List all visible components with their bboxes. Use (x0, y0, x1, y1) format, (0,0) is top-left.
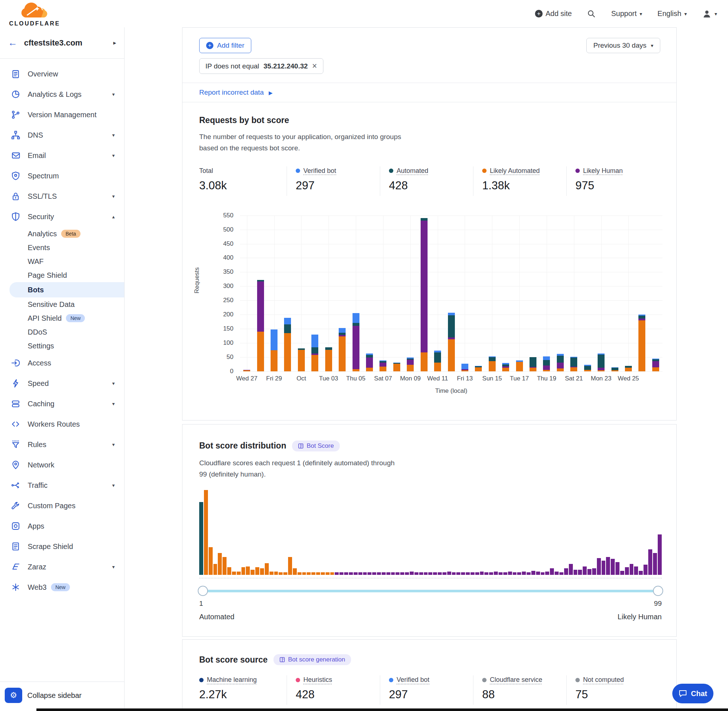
y-axis-tick-label: 350 (199, 268, 233, 276)
collapse-sidebar-label[interactable]: Collapse sidebar (27, 691, 81, 700)
sidebar-item-workers-routes[interactable]: Workers Routes (0, 414, 124, 434)
search-icon (587, 9, 596, 18)
remove-filter-icon[interactable]: × (312, 62, 317, 70)
bar-segment-automated (638, 316, 645, 319)
histogram-bar-score-99 (658, 534, 662, 575)
sidebar-item-email[interactable]: Email▾ (0, 145, 124, 166)
language-menu[interactable]: English ▾ (657, 9, 687, 18)
stat-label[interactable]: Not computed (575, 676, 624, 684)
bar-segment-likely-automated (502, 368, 509, 371)
slider-max-label: Likely Human (618, 613, 662, 621)
bar-segment-likely-automated (407, 365, 414, 371)
histogram-bar-score-51 (433, 572, 437, 575)
sidebar-item-zaraz[interactable]: Zaraz▾ (0, 557, 124, 577)
y-axis-tick-label: 100 (199, 339, 233, 347)
bar-segment-likely-automated (353, 369, 359, 371)
histogram-bar-score-98 (653, 553, 657, 575)
sidebar-item-overview[interactable]: Overview (0, 64, 124, 84)
histogram-bar-score-36 (363, 572, 367, 575)
histogram-bar-score-50 (428, 572, 432, 575)
cloudflare-logo[interactable]: CLOUDFLARE (7, 1, 62, 27)
slider-track[interactable] (201, 590, 660, 592)
chart-bar-10-22 (584, 215, 591, 371)
sidebar-item-access[interactable]: Access (0, 353, 124, 373)
bar-segment-automated (339, 333, 346, 335)
bot-score-badge-label: Bot Score (307, 443, 334, 450)
sidebar-item-bots[interactable]: Bots (9, 282, 124, 298)
page: CLOUDFLARE + Add site Support ▾ English … (0, 0, 728, 711)
stat-label[interactable]: Verified bot (296, 167, 336, 175)
zaraz-icon (11, 562, 21, 572)
histogram-bar-score-75 (545, 572, 549, 575)
histogram-bar-score-88 (606, 557, 610, 575)
slider-handle-min[interactable] (198, 586, 208, 596)
support-menu[interactable]: Support ▾ (611, 9, 642, 18)
chevron-right-icon[interactable]: ▸ (113, 39, 116, 46)
histogram-bar-score-6 (223, 557, 226, 575)
sidebar-item-analytics[interactable]: AnalyticsBeta (0, 227, 124, 240)
account-menu[interactable]: ▾ (702, 9, 717, 19)
sidebar-item-caching[interactable]: Caching▾ (0, 394, 124, 414)
back-arrow-icon[interactable]: ← (8, 37, 18, 49)
sidebar-item-label: Analytics (28, 230, 57, 238)
bot-score-generation-badge[interactable]: Bot score generation (273, 654, 351, 665)
chart-bar-10-02 (312, 215, 318, 371)
sidebar-item-ddos[interactable]: DDoS (0, 325, 124, 339)
search-button[interactable] (587, 9, 596, 18)
sidebar-item-speed[interactable]: Speed▾ (0, 373, 124, 394)
sidebar-item-label: Overview (28, 70, 58, 78)
report-incorrect-data-link[interactable]: Report incorrect data ▶ (199, 89, 272, 96)
stat-label[interactable]: Likely Human (575, 167, 623, 175)
slider-handle-max[interactable] (653, 586, 663, 596)
chart-bar-10-17 (516, 215, 523, 371)
sidebar-item-page-shield[interactable]: Page Shield (0, 268, 124, 282)
sidebar-item-traffic[interactable]: Traffic▾ (0, 475, 124, 496)
sidebar-item-spectrum[interactable]: Spectrum (0, 166, 124, 186)
sidebar-item-settings[interactable]: Settings (0, 339, 124, 353)
histogram-bar-score-20 (288, 557, 292, 575)
email-icon (11, 151, 21, 160)
sidebar-item-rules[interactable]: Rules▾ (0, 434, 124, 455)
sidebar-item-version-management[interactable]: Version Management (0, 105, 124, 125)
sidebar-item-analytics-logs[interactable]: Analytics & Logs▾ (0, 84, 124, 105)
time-period-dropdown[interactable]: Previous 30 days ▾ (586, 38, 660, 53)
stat-label[interactable]: Automated (389, 167, 428, 175)
sidebar-item-network[interactable]: Network (0, 455, 124, 475)
sidebar-item-dns[interactable]: DNS▾ (0, 125, 124, 145)
sidebar-item-scrape-shield[interactable]: Scrape Shield (0, 536, 124, 557)
histogram-bar-score-82 (578, 570, 582, 575)
histogram-bar-score-72 (532, 571, 535, 575)
sidebar-item-web3[interactable]: Web3New (0, 577, 124, 597)
histogram-bar-score-29 (330, 572, 334, 575)
site-name[interactable]: cftestsite3.com (24, 38, 113, 48)
sidebar-item-events[interactable]: Events (0, 240, 124, 254)
sidebar-item-sensitive-data[interactable]: Sensitive Data (0, 298, 124, 311)
bar-segment-verified-bot (366, 354, 373, 355)
histogram-bar-score-28 (326, 572, 329, 575)
bar-segment-likely-automated (652, 367, 659, 371)
stat-label[interactable]: Heuristics (296, 676, 332, 684)
add-site-button[interactable]: + Add site (535, 9, 572, 18)
histogram-bar-score-85 (592, 568, 596, 575)
stat-label[interactable]: Cloudflare service (482, 676, 542, 684)
bot-score-badge[interactable]: Bot Score (292, 441, 340, 451)
sidebar-item-apps[interactable]: Apps (0, 516, 124, 536)
sidebar-item-ssl-tls[interactable]: SSL/TLS▾ (0, 186, 124, 207)
chevron-down-icon: ▾ (112, 132, 115, 138)
sidebar-item-waf[interactable]: WAF (0, 254, 124, 268)
chart-bar-09-27 (243, 215, 250, 371)
histogram-bar-score-79 (564, 568, 568, 575)
stat-label[interactable]: Verified bot (389, 676, 430, 684)
filter-chip[interactable]: IP does not equal 35.212.240.32 × (199, 58, 323, 74)
settings-gear-button[interactable]: ⚙ (5, 688, 22, 703)
x-axis-tick-label: Wed 11 (427, 375, 448, 382)
y-axis-tick-label: 450 (199, 240, 233, 248)
stat-label[interactable]: Machine learning (199, 676, 257, 684)
sidebar-item-security[interactable]: Security▴ (0, 207, 124, 227)
stat-label[interactable]: Likely Automated (482, 167, 540, 175)
sidebar-item-api-shield[interactable]: API ShieldNew (0, 311, 124, 325)
requests-bar-chart: Requests Time (local) 050100150200250300… (199, 213, 660, 406)
chat-button[interactable]: Chat (672, 684, 713, 704)
sidebar-item-custom-pages[interactable]: Custom Pages (0, 496, 124, 516)
add-filter-button[interactable]: + Add filter (199, 38, 251, 53)
